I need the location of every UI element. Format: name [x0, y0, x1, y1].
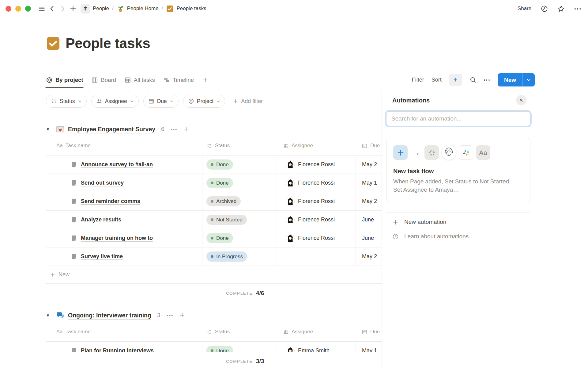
column-header-assignee[interactable]: Assignee [276, 322, 356, 341]
breadcrumb-separator: / [162, 6, 163, 12]
column-header-task[interactable]: AaTask name [46, 136, 202, 155]
status-cell[interactable]: Not Started [202, 211, 276, 229]
minimize-window-button[interactable] [15, 6, 21, 12]
forward-button[interactable] [57, 3, 68, 14]
task-name[interactable]: Analyze results [81, 217, 121, 223]
task-cell[interactable]: Announce survey to #all-an [46, 155, 202, 174]
group-title[interactable]: Employee Engagement Survey [68, 126, 155, 133]
favorite-star-icon[interactable] [557, 5, 565, 13]
filter-button[interactable]: Filter [412, 77, 424, 83]
column-header-task[interactable]: AaTask name [46, 322, 202, 341]
group-add-icon[interactable] [183, 126, 189, 132]
assignee-cell[interactable]: Florence Rossi [276, 174, 356, 192]
view-options-icon[interactable]: ••• [484, 78, 491, 82]
share-button[interactable]: Share [518, 6, 531, 12]
task-name[interactable]: Plan for Running Interviews [81, 347, 154, 352]
more-options-icon[interactable]: ••• [574, 6, 582, 11]
new-button-chevron-down-icon[interactable] [522, 73, 535, 86]
assignee-cell[interactable]: Emma Smith [276, 342, 356, 352]
filter-chip-project[interactable]: Project [183, 95, 225, 108]
task-cell[interactable]: Survey live time [46, 247, 202, 266]
task-name[interactable]: Manager training on how to [81, 235, 153, 241]
filter-chip-assignee[interactable]: Assignee [91, 95, 139, 108]
automations-lightning-button[interactable] [449, 74, 462, 86]
group-more-options-icon[interactable]: ••• [171, 127, 178, 132]
assignee-name: Florence Rossi [298, 161, 335, 168]
status-label: Done [216, 180, 229, 186]
column-header-status[interactable]: Status [202, 136, 276, 155]
status-spinner-icon [51, 98, 57, 104]
add-filter-button[interactable]: Add filter [233, 98, 263, 105]
back-button[interactable] [47, 3, 57, 14]
zoom-window-button[interactable] [25, 6, 31, 12]
assignee-cell[interactable]: Florence Rossi [276, 155, 356, 174]
task-name[interactable]: Survey live time [81, 253, 123, 260]
text-property-aa-icon: Aa [56, 329, 63, 335]
tab-timeline[interactable]: Timeline [163, 72, 194, 88]
task-name[interactable]: Announce survey to #all-an [81, 161, 153, 168]
tab-all-tasks[interactable]: All tasks [124, 72, 155, 88]
search-icon[interactable] [469, 76, 477, 83]
status-cell[interactable]: Done [202, 174, 276, 192]
status-cell[interactable]: Done [202, 342, 276, 352]
page-doc-icon [70, 161, 77, 168]
new-button-label[interactable]: New [498, 73, 522, 86]
breadcrumb-item[interactable]: People Home [117, 5, 159, 13]
new-automation-button[interactable]: New automation [392, 215, 530, 229]
status-cell[interactable]: Done [202, 229, 276, 247]
task-cell[interactable]: Plan for Running Interviews [46, 342, 202, 352]
person-avatar-icon [442, 145, 456, 160]
collapse-triangle-icon[interactable]: ▼ [46, 127, 56, 132]
column-header-status[interactable]: Status [202, 322, 276, 341]
automation-search-input[interactable] [386, 111, 530, 126]
status-cell[interactable]: Archived [202, 192, 276, 210]
table-row[interactable]: Analyze resultsNot StartedFlorence Rossi… [46, 211, 435, 229]
filter-chip-label: Due [157, 98, 167, 105]
collapse-triangle-icon[interactable]: ▼ [46, 313, 56, 318]
close-window-button[interactable] [6, 6, 11, 12]
status-cell[interactable]: In Progress [202, 247, 276, 266]
assignee-cell[interactable]: Florence Rossi [276, 229, 356, 247]
add-view-icon[interactable] [202, 77, 209, 83]
automation-card[interactable]: → Aa New task flow When Page added, Set … [386, 138, 530, 203]
table-row[interactable]: Plan for Running InterviewsDoneEmma Smit… [46, 342, 435, 352]
sort-button[interactable]: Sort [432, 77, 442, 83]
assignee-cell[interactable] [276, 247, 356, 266]
task-cell[interactable]: Analyze results [46, 211, 202, 229]
history-clock-icon[interactable] [541, 5, 548, 13]
task-cell[interactable]: Manager training on how to [46, 229, 202, 247]
assignee-cell[interactable]: Florence Rossi [276, 192, 356, 210]
breadcrumb-item[interactable]: People tasks [166, 5, 206, 13]
new-tab-button[interactable] [68, 3, 78, 14]
hamburger-menu-icon[interactable] [36, 3, 47, 14]
task-cell[interactable]: Send reminder comms [46, 192, 202, 210]
filter-chip-due[interactable]: Due [143, 95, 179, 108]
chevron-down-icon [216, 99, 220, 103]
filter-chip-status[interactable]: Status [46, 95, 87, 108]
table-row[interactable]: Send reminder commsArchivedFlorence Ross… [46, 192, 435, 211]
task-name[interactable]: Send reminder comms [81, 198, 140, 205]
status-cell[interactable]: Done [202, 155, 276, 174]
group-add-icon[interactable] [179, 312, 185, 318]
table-row[interactable]: Manager training on how toDoneFlorence R… [46, 229, 435, 247]
close-icon[interactable]: × [516, 95, 526, 105]
breadcrumb-item[interactable]: People [81, 4, 109, 13]
new-task-row[interactable]: New [46, 266, 435, 284]
tab-board[interactable]: Board [91, 72, 116, 88]
group-title[interactable]: Ongoing: Interviewer training [68, 312, 151, 319]
task-cell[interactable]: Send out survey [46, 174, 202, 192]
column-header-assignee[interactable]: Assignee [276, 136, 356, 155]
task-name[interactable]: Send out survey [81, 180, 124, 186]
tab-by-project[interactable]: By project [46, 72, 83, 88]
new-button[interactable]: New [498, 73, 535, 86]
column-label: Due [370, 329, 380, 335]
people-icon [96, 98, 102, 104]
learn-about-automations-button[interactable]: Learn about automations [392, 229, 530, 244]
group-more-options-icon[interactable]: ••• [167, 313, 174, 318]
assignee-cell[interactable]: Florence Rossi [276, 211, 356, 229]
table-row[interactable]: Send out surveyDoneFlorence RossiMay 1 [46, 174, 435, 192]
table-icon [124, 77, 131, 83]
table-row[interactable]: Announce survey to #all-anDoneFlorence R… [46, 155, 435, 174]
table-row[interactable]: Survey live timeIn ProgressMay 2 [46, 247, 435, 266]
column-label: Due [370, 143, 380, 149]
